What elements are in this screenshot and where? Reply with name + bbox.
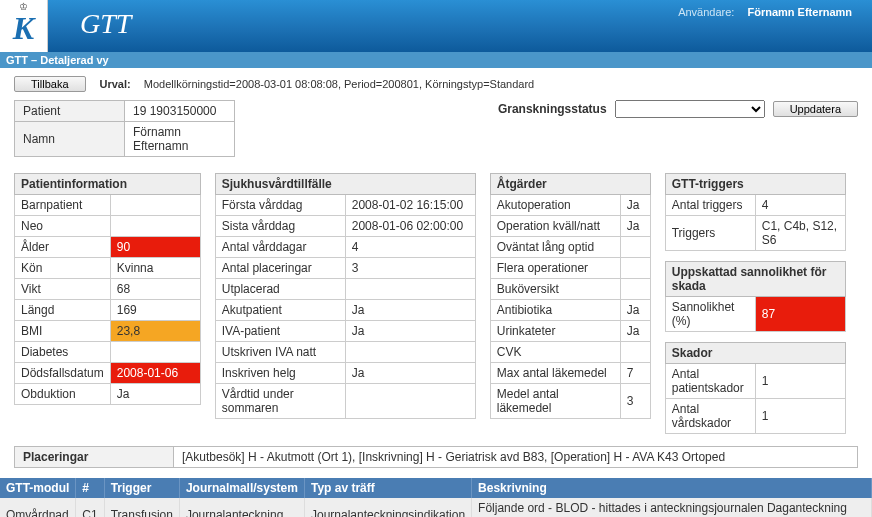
grid-cell: Transfusion [104,498,179,517]
card-row-value [620,279,650,300]
grid-cell: C1 [76,498,104,517]
card-row-label: IVA-patient [215,321,345,342]
card-row-value: 1 [755,399,845,434]
review-status-block: Granskningsstatus Uppdatera [498,100,858,118]
card-row-label: Kön [15,258,111,279]
card-row-value: 3 [345,258,475,279]
triggers-grid: GTT-modul#TriggerJournalmall/systemTyp a… [0,478,872,517]
card-row-value: 4 [755,195,845,216]
patient-header-label: Namn [15,122,125,157]
update-button[interactable]: Uppdatera [773,101,858,117]
card-row-value: 87 [755,297,845,332]
review-status-label: Granskningsstatus [498,102,607,116]
placements-label: Placeringar [14,446,174,468]
card-row-label: Utskriven IVA natt [215,342,345,363]
card-row-label: Vårdtid under sommaren [215,384,345,419]
review-status-select[interactable] [615,100,765,118]
card-row-label: CVK [490,342,620,363]
hospital-stay-card: SjukhusvårdtillfälleFörsta vårddag2008-0… [215,173,476,419]
card-title: GTT-triggers [665,174,845,195]
card-title: Skador [665,343,845,364]
patient-header-label: Patient [15,101,125,122]
card-row-label: Buköversikt [490,279,620,300]
card-row-label: Antal patientskador [665,364,755,399]
card-row-label: Medel antal läkemedel [490,384,620,419]
card-row-label: Flera operationer [490,258,620,279]
card-title: Sjukhusvårdtillfälle [215,174,475,195]
card-row-value [345,342,475,363]
card-row-value: C1, C4b, S12, S6 [755,216,845,251]
card-row-value: 2008-01-02 16:15:00 [345,195,475,216]
card-row-label: Utplacerad [215,279,345,300]
grid-header[interactable]: Typ av träff [304,478,471,498]
card-row-label: Dödsfallsdatum [15,363,111,384]
grid-header[interactable]: Beskrivning [472,478,872,498]
card-row-label: Antal placeringar [215,258,345,279]
card-row-label: Urinkateter [490,321,620,342]
card-row-label: Obduktion [15,384,111,405]
grid-row[interactable]: OmvårdnadC1TransfusionJournalanteckningJ… [0,498,872,517]
card-row-label: Antal vårdskador [665,399,755,434]
back-button[interactable]: Tillbaka [14,76,86,92]
card-row-label: Oväntat lång optid [490,237,620,258]
card-row-label: Antibiotika [490,300,620,321]
selection-label: Urval: [100,78,131,90]
user-label: Användare: [678,6,734,18]
logo-letter: K [13,14,34,42]
grid-header[interactable]: Trigger [104,478,179,498]
card-row-value: Ja [620,216,650,237]
grid-header[interactable]: Journalmall/system [179,478,304,498]
card-row-value: 169 [110,300,200,321]
card-row-label: Vikt [15,279,111,300]
card-row-label: Operation kväll/natt [490,216,620,237]
card-row-label: Antal vårddagar [215,237,345,258]
card-row-value: Ja [110,384,200,405]
breadcrumb: GTT – Detaljerad vy [0,52,872,68]
selection-text: Modellkörningstid=2008-03-01 08:08:08, P… [144,78,534,90]
app-logo: ♔ K [0,0,48,52]
card-row-value: Ja [620,321,650,342]
card-row-value: 3 [620,384,650,419]
card-row-value: 7 [620,363,650,384]
card-row-value: Ja [345,300,475,321]
card-row-value: 90 [110,237,200,258]
card-row-value: 4 [345,237,475,258]
card-row-value [110,342,200,363]
patient-header-table: Patient19 1903150000NamnFörnamn Efternam… [14,100,235,157]
damages-card: SkadorAntal patientskador1Antal vårdskad… [665,342,846,434]
grid-cell: Journalanteckning [179,498,304,517]
card-row-label: Inskriven helg [215,363,345,384]
card-row-value: 23,8 [110,321,200,342]
card-row-value: 68 [110,279,200,300]
card-row-label: Ålder [15,237,111,258]
card-row-label: Sista vårddag [215,216,345,237]
card-row-value [345,384,475,419]
card-row-label: Max antal läkemedel [490,363,620,384]
card-row-value [345,279,475,300]
card-row-label: Diabetes [15,342,111,363]
card-row-value [110,216,200,237]
card-row-label: Längd [15,300,111,321]
card-row-label: Första vårddag [215,195,345,216]
placements-value: [Akutbesök] H - Akutmott (Ort 1), [Inskr… [174,446,858,468]
user-info: Användare: Förnamn Efternamn [678,6,852,18]
card-row-value [620,258,650,279]
grid-header[interactable]: GTT-modul [0,478,76,498]
card-row-value: 1 [755,364,845,399]
card-row-value [620,342,650,363]
toolbar: Tillbaka Urval: Modellkörningstid=2008-0… [0,68,872,96]
patient-header-value: 19 1903150000 [125,101,235,122]
actions-card: ÅtgärderAkutoperationJaOperation kväll/n… [490,173,651,419]
card-row-label: BMI [15,321,111,342]
app-title: GTT [80,8,131,40]
card-row-value [110,195,200,216]
card-row-label: Neo [15,216,111,237]
card-title: Åtgärder [490,174,650,195]
grid-header[interactable]: # [76,478,104,498]
card-row-value: Kvinna [110,258,200,279]
card-title: Patientinformation [15,174,201,195]
card-row-label: Triggers [665,216,755,251]
card-row-label: Sannolikhet (%) [665,297,755,332]
card-row-label: Antal triggers [665,195,755,216]
card-row-value: Ja [345,321,475,342]
